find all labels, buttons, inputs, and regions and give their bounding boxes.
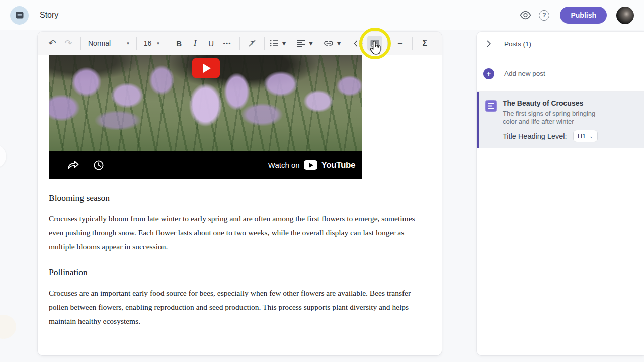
toolbar-divider (264, 37, 265, 50)
chevron-down-icon: ▾ (127, 41, 129, 46)
clear-formatting-icon[interactable]: T (245, 36, 259, 51)
toolbar-divider (136, 37, 137, 50)
redo-icon[interactable]: ↷ (61, 36, 75, 51)
toolbar-divider (80, 37, 81, 50)
font-size-value: 16 (144, 39, 152, 47)
help-icon[interactable]: ? (539, 10, 549, 21)
editor-content[interactable]: Watch on YouTube Blooming season Crocuse… (38, 55, 442, 328)
underline-button[interactable]: U (204, 36, 218, 51)
chevron-right-icon[interactable] (487, 40, 491, 47)
toolbar-divider (318, 37, 318, 50)
link-icon (324, 40, 334, 46)
post-doc-icon (485, 100, 497, 112)
chevron-down-icon: ▾ (309, 39, 313, 48)
document-icon (15, 11, 24, 20)
video-control-bar: Watch on YouTube (49, 151, 362, 179)
heading-level-label: Title Heading Level: (503, 132, 567, 140)
app-logo (10, 6, 29, 25)
chevron-down-icon: ▾ (282, 39, 286, 48)
play-icon (203, 64, 211, 73)
watch-on-label: Watch on (268, 161, 300, 169)
chevron-down-icon: ▾ (337, 39, 341, 48)
watch-on-youtube-link[interactable]: Watch on YouTube (268, 160, 355, 170)
section-paragraph[interactable]: Crocuses typically bloom from late winte… (49, 212, 422, 254)
formula-icon[interactable]: Σ (418, 36, 432, 51)
section-paragraph[interactable]: Crocuses are an important early food sou… (49, 286, 422, 328)
youtube-wordmark: YouTube (321, 160, 355, 170)
undo-icon[interactable]: ↶ (45, 36, 59, 51)
bullet-list-icon (270, 39, 279, 47)
editor-toolbar: ↶ ↷ Normal ▾ 16 ▾ B I U ••• T (38, 32, 442, 55)
code-icon[interactable] (351, 36, 365, 51)
align-left-icon (296, 39, 305, 47)
share-icon[interactable] (67, 160, 80, 170)
link-menu-button[interactable]: ▾ (324, 36, 341, 51)
image-icon (370, 39, 380, 48)
toolbar-divider (239, 37, 240, 50)
toolbar-divider (346, 37, 346, 50)
left-edge-tab (0, 144, 6, 168)
heading-level-row: Title Heading Level: H1 ⌄ (503, 130, 637, 142)
left-edge-blob (0, 315, 16, 339)
paragraph-style-select[interactable]: Normal ▾ (86, 36, 131, 51)
italic-button[interactable]: I (188, 36, 202, 51)
preview-eye-icon[interactable] (520, 11, 531, 20)
topbar-actions: ? Publish (520, 7, 634, 24)
app-window: Story ? Publish ↶ ↷ Normal ▾ (0, 0, 644, 362)
play-button[interactable] (192, 58, 220, 78)
publish-button[interactable]: Publish (560, 7, 607, 24)
editor-card: ↶ ↷ Normal ▾ 16 ▾ B I U ••• T (38, 32, 442, 355)
section-heading[interactable]: Pollination (49, 267, 431, 278)
toolbar-divider (291, 37, 291, 50)
align-menu-button[interactable]: ▾ (296, 36, 313, 51)
toolbar-divider (412, 37, 413, 50)
horizontal-rule-icon[interactable]: – (393, 36, 407, 51)
heading-level-value: H1 (578, 132, 586, 140)
chevron-down-icon: ⌄ (589, 134, 593, 139)
chevron-down-icon: ▾ (157, 41, 159, 46)
more-formats-icon[interactable]: ••• (220, 36, 234, 51)
youtube-embed[interactable]: Watch on YouTube (49, 55, 362, 179)
page-title: Story (40, 11, 58, 20)
user-avatar[interactable] (616, 7, 634, 24)
post-list-item[interactable]: The Beauty of Crocuses The first signs o… (477, 92, 644, 148)
bold-button[interactable]: B (172, 36, 186, 51)
post-title: The Beauty of Crocuses (503, 99, 637, 107)
insert-image-button[interactable] (367, 36, 382, 51)
heading-level-select[interactable]: H1 ⌄ (573, 130, 598, 142)
add-new-post-button[interactable]: + Add new post (477, 56, 644, 92)
toolbar-divider (387, 37, 388, 50)
plus-icon: + (483, 68, 494, 79)
watch-later-icon[interactable] (93, 160, 104, 171)
list-menu-button[interactable]: ▾ (270, 36, 286, 51)
font-size-select[interactable]: 16 ▾ (142, 36, 162, 51)
top-bar: Story ? Publish (0, 0, 644, 30)
youtube-logo-icon (304, 160, 317, 170)
toolbar-divider (167, 37, 167, 50)
section-heading[interactable]: Blooming season (49, 193, 431, 203)
add-new-post-label: Add new post (504, 70, 545, 77)
posts-sidebar: Posts (1) + Add new post The Beauty of C… (477, 32, 644, 355)
paragraph-style-value: Normal (88, 39, 111, 47)
posts-header-row[interactable]: Posts (1) (477, 32, 644, 56)
posts-header-label: Posts (1) (504, 40, 531, 48)
post-subtitle: The first signs of spring bringing color… (503, 110, 603, 125)
